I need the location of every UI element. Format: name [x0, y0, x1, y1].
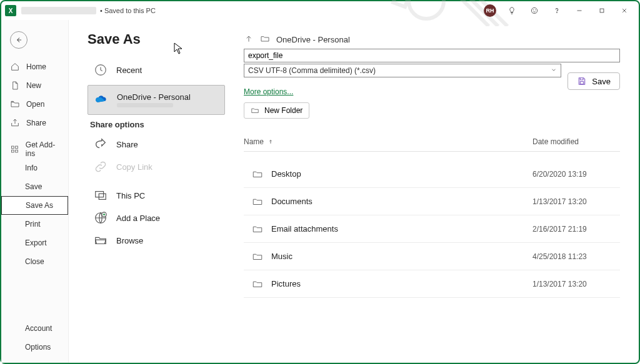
svg-rect-16: [581, 82, 584, 84]
folder-date: 2/16/2017 21:19: [532, 225, 620, 234]
folder-name: Music: [271, 252, 532, 261]
column-name[interactable]: Name: [244, 137, 532, 146]
folder-item[interactable]: Music4/25/2018 11:23: [244, 243, 620, 270]
more-options-link[interactable]: More options...: [244, 87, 293, 96]
up-folder-icon[interactable]: [244, 34, 254, 46]
location-onedrive-label: OneDrive - Personal: [117, 92, 191, 102]
file-type-value: CSV UTF-8 (Comma delimited) (*.csv): [248, 66, 376, 75]
folder-name: Pictures: [271, 279, 532, 288]
help-icon[interactable]: [546, 2, 568, 19]
current-location-label[interactable]: OneDrive - Personal: [276, 35, 350, 44]
svg-rect-9: [11, 150, 14, 152]
nav-export-label: Export: [25, 239, 47, 247]
excel-app-icon: X: [5, 5, 16, 16]
location-add-place-label: Add a Place: [116, 214, 160, 223]
folder-date: 1/13/2017 13:20: [532, 280, 620, 288]
share-arrow-icon: [94, 137, 108, 151]
folder-name: Email attachments: [271, 224, 532, 234]
folder-icon: [244, 278, 271, 290]
sort-asc-icon: [268, 139, 274, 145]
nav-home[interactable]: Home: [1, 57, 68, 76]
nav-save-as-label: Save As: [26, 201, 53, 210]
nav-account-label: Account: [25, 324, 52, 333]
nav-get-addins-label: Get Add-ins: [26, 140, 62, 158]
nav-print[interactable]: Print: [1, 215, 68, 234]
new-folder-button[interactable]: New Folder: [244, 102, 309, 119]
svg-point-4: [535, 10, 536, 11]
folder-name: Desktop: [271, 169, 532, 179]
minimize-button[interactable]: [569, 2, 590, 19]
nav-info-label: Info: [25, 164, 38, 172]
emoji-feedback-icon[interactable]: [524, 2, 545, 19]
svg-point-3: [533, 10, 534, 11]
back-button[interactable]: [10, 31, 28, 49]
svg-point-2: [531, 7, 537, 13]
nav-new-label: New: [26, 81, 41, 90]
location-recent[interactable]: Recent: [88, 59, 225, 81]
svg-rect-13: [99, 194, 106, 199]
browse-folder-icon: [94, 234, 108, 247]
folder-item[interactable]: Email attachments2/16/2017 21:19: [244, 215, 620, 243]
page-title: Save As: [88, 31, 225, 47]
nav-save[interactable]: Save: [1, 177, 68, 196]
nav-share-label: Share: [26, 119, 46, 127]
folder-item[interactable]: Documents1/13/2017 13:20: [244, 188, 620, 215]
folder-icon: [244, 196, 271, 207]
file-type-select[interactable]: CSV UTF-8 (Comma delimited) (*.csv): [244, 64, 561, 77]
nav-save-label: Save: [25, 182, 42, 191]
this-pc-icon: [94, 189, 108, 202]
location-this-pc[interactable]: This PC: [88, 184, 225, 207]
new-folder-label: New Folder: [264, 106, 302, 115]
nav-open-label: Open: [26, 100, 44, 109]
nav-close[interactable]: Close: [1, 252, 68, 271]
svg-rect-1: [393, 0, 409, 7]
location-browse[interactable]: Browse: [88, 229, 225, 252]
column-date-label: Date modified: [532, 137, 579, 146]
column-date[interactable]: Date modified: [532, 137, 620, 146]
save-button[interactable]: Save: [568, 72, 620, 90]
nav-account[interactable]: Account: [1, 319, 68, 338]
svg-point-0: [409, 0, 444, 19]
svg-rect-12: [96, 192, 104, 197]
folder-item[interactable]: Pictures1/13/2017 13:20: [244, 270, 620, 298]
location-onedrive[interactable]: OneDrive - Personal: [88, 85, 225, 115]
svg-rect-6: [600, 9, 604, 12]
chevron-down-icon: [551, 66, 557, 75]
lightbulb-icon[interactable]: [501, 2, 522, 19]
nav-new[interactable]: New: [1, 76, 68, 95]
share-action[interactable]: Share: [88, 133, 225, 155]
nav-print-label: Print: [25, 220, 41, 229]
location-browse-label: Browse: [116, 236, 143, 245]
nav-save-as[interactable]: Save As: [1, 196, 68, 215]
save-status: • Saved to this PC: [100, 7, 156, 14]
folder-icon: [244, 169, 271, 180]
folder-item[interactable]: Desktop6/20/2020 13:19: [244, 160, 620, 188]
location-recent-label: Recent: [116, 66, 142, 75]
save-as-page: Save As Recent OneDrive - Personal Share…: [69, 20, 639, 363]
backstage-nav: Home New Open Share Get Add-ins Info Sav…: [1, 20, 69, 363]
nav-get-addins[interactable]: Get Add-ins: [1, 140, 68, 159]
location-add-place[interactable]: Add a Place: [88, 207, 225, 229]
folder-table-header: Name Date modified: [244, 137, 620, 152]
folder-date: 4/25/2018 11:23: [532, 252, 620, 261]
nav-home-label: Home: [26, 62, 46, 71]
add-place-icon: [94, 211, 108, 225]
nav-info[interactable]: Info: [1, 159, 68, 177]
maximize-button[interactable]: [591, 2, 612, 19]
nav-options[interactable]: Options: [1, 338, 68, 357]
filename-input[interactable]: [244, 49, 620, 62]
folder-name: Documents: [271, 197, 532, 206]
document-name-placeholder: [21, 7, 96, 14]
svg-rect-8: [16, 146, 18, 149]
folder-icon: [244, 224, 271, 235]
close-button[interactable]: [614, 2, 635, 19]
folder-date: 6/20/2020 13:19: [532, 170, 620, 179]
nav-open[interactable]: Open: [1, 95, 68, 114]
account-avatar[interactable]: RH: [484, 4, 496, 17]
onedrive-icon: [94, 93, 108, 107]
nav-share[interactable]: Share: [1, 114, 68, 132]
nav-close-label: Close: [25, 257, 44, 266]
nav-export[interactable]: Export: [1, 234, 68, 252]
folder-date: 1/13/2017 13:20: [532, 197, 620, 206]
nav-options-label: Options: [25, 343, 51, 352]
